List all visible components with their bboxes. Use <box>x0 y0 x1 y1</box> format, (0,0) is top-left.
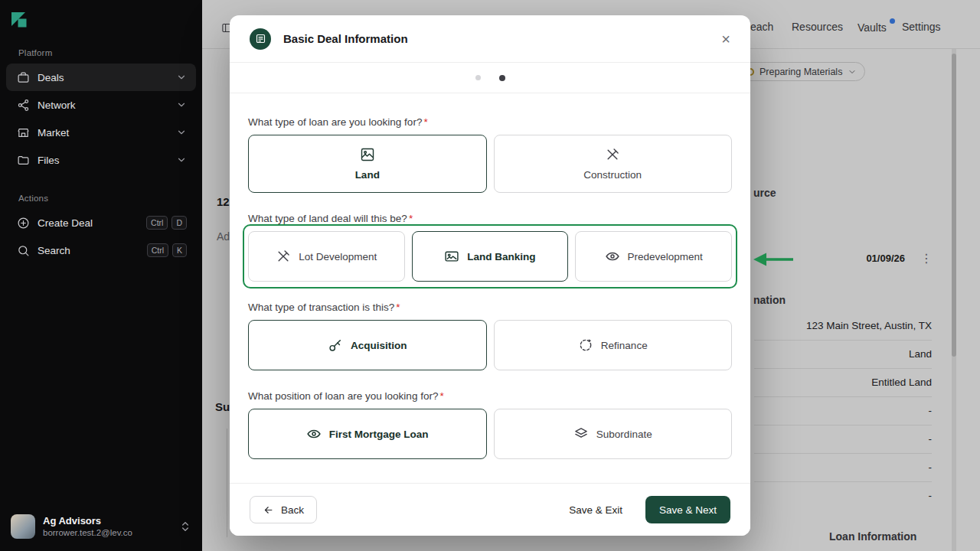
option-refinance[interactable]: Refinance <box>494 320 733 370</box>
layers-icon <box>573 426 589 442</box>
eye-icon <box>306 426 322 442</box>
shortcut-badges: Ctrl K <box>147 243 187 257</box>
tools-icon <box>276 249 291 264</box>
required-asterisk: * <box>423 116 427 128</box>
key-badge: D <box>172 216 187 230</box>
sidebar-item-label: Files <box>38 155 60 166</box>
refresh-icon <box>578 337 593 353</box>
eye-icon <box>605 249 620 264</box>
modal-footer: Back Save & Exit Save & Next <box>230 483 750 536</box>
avatar <box>11 514 35 539</box>
shortcut-badges: Ctrl D <box>146 216 187 230</box>
sidebar: Platform Deals Network Market Files Acti… <box>0 0 202 551</box>
action-label: Create Deal <box>38 217 93 229</box>
chevron-down-icon <box>176 99 187 110</box>
plus-circle-icon <box>17 217 30 230</box>
question-transaction-type: What type of transaction is this?* Acqui… <box>248 302 732 370</box>
chevron-down-icon <box>176 155 187 165</box>
option-land[interactable]: Land <box>248 135 487 193</box>
sidebar-item-network[interactable]: Network <box>6 91 196 119</box>
modal-body: What type of loan are you looking for?* … <box>230 93 750 459</box>
key-icon <box>328 337 343 353</box>
lev-logo <box>0 0 202 28</box>
question-label: What position of loan are you looking fo… <box>248 390 732 402</box>
deal-document-icon <box>250 28 271 50</box>
storefront-icon <box>17 126 30 139</box>
back-button[interactable]: Back <box>250 496 317 523</box>
actions-section-label: Actions <box>0 194 202 203</box>
user-email: borrower.test.2@lev.co <box>43 527 132 539</box>
key-badge: Ctrl <box>146 216 168 230</box>
required-asterisk: * <box>439 390 443 402</box>
option-lot-development[interactable]: Lot Development <box>248 231 405 282</box>
chevron-up-down-icon <box>179 520 191 533</box>
search-action[interactable]: Search Ctrl K <box>6 236 196 264</box>
arrow-left-icon <box>263 504 274 516</box>
option-construction[interactable]: Construction <box>494 135 733 193</box>
user-name: Ag Advisors <box>43 515 132 527</box>
platform-section-label: Platform <box>0 48 202 57</box>
step-indicator <box>230 63 750 93</box>
create-deal-action[interactable]: Create Deal Ctrl D <box>6 209 196 236</box>
sidebar-item-files[interactable]: Files <box>6 146 196 174</box>
option-first-mortgage-loan[interactable]: First Mortgage Loan <box>248 409 487 459</box>
question-loan-type: What type of loan are you looking for?* … <box>248 116 732 193</box>
network-icon <box>17 99 30 112</box>
question-land-deal-type: What type of land deal will this be?* Lo… <box>248 213 732 282</box>
key-badge: Ctrl <box>147 243 168 257</box>
required-asterisk: * <box>409 213 413 224</box>
briefcase-icon <box>17 71 30 84</box>
modal-header: Basic Deal Information × <box>230 15 750 63</box>
question-label: What type of loan are you looking for?* <box>248 116 732 128</box>
chevron-down-icon <box>176 127 187 138</box>
photo-card-icon <box>444 249 459 264</box>
option-predevelopment[interactable]: Predevelopment <box>575 231 732 282</box>
save-next-button[interactable]: Save & Next <box>645 496 730 523</box>
account-switcher[interactable]: Ag Advisors borrower.test.2@lev.co <box>0 508 202 545</box>
image-icon <box>360 147 375 162</box>
chevron-down-icon <box>176 72 187 83</box>
option-subordinate[interactable]: Subordinate <box>494 409 733 459</box>
sidebar-item-label: Deals <box>38 72 64 83</box>
sidebar-item-label: Network <box>38 99 76 111</box>
folder-icon <box>17 154 30 167</box>
close-icon[interactable]: × <box>721 31 730 47</box>
basic-deal-information-modal: Basic Deal Information × What type of lo… <box>230 15 750 536</box>
question-label: What type of transaction is this?* <box>248 302 732 313</box>
sidebar-item-label: Market <box>38 127 69 139</box>
step-dot-1[interactable] <box>475 75 481 80</box>
action-label: Search <box>38 245 70 256</box>
required-asterisk: * <box>396 302 400 313</box>
search-icon <box>17 244 30 257</box>
modal-title: Basic Deal Information <box>283 32 408 45</box>
option-acquisition[interactable]: Acquisition <box>248 320 487 370</box>
question-loan-position: What position of loan are you looking fo… <box>248 390 732 459</box>
key-badge: K <box>172 243 187 257</box>
sidebar-item-market[interactable]: Market <box>6 119 196 146</box>
step-dot-2-active[interactable] <box>499 75 505 81</box>
sidebar-item-deals[interactable]: Deals <box>6 64 196 91</box>
construction-tools-icon <box>605 147 620 162</box>
save-exit-button[interactable]: Save & Exit <box>569 504 622 516</box>
question-label: What type of land deal will this be?* <box>248 213 732 224</box>
option-land-banking[interactable]: Land Banking <box>412 231 569 282</box>
